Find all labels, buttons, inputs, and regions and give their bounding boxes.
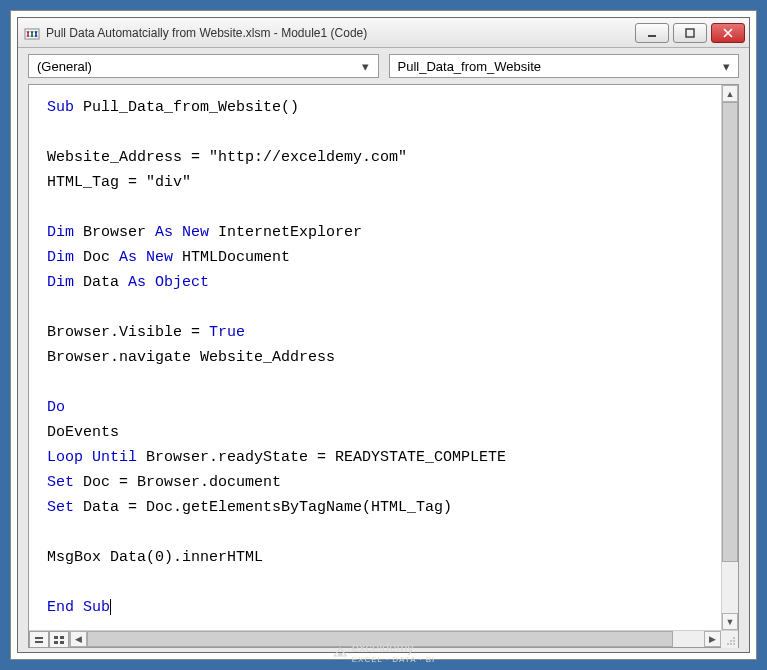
vscroll-track[interactable] — [722, 102, 738, 613]
code-area: Sub Pull_Data_from_Website() Website_Add… — [29, 85, 738, 630]
procedure-dropdown-value: Pull_Data_from_Website — [398, 59, 719, 74]
hscroll-thumb[interactable] — [87, 631, 673, 647]
view-mode-buttons — [29, 631, 70, 647]
scroll-down-button[interactable]: ▼ — [722, 613, 738, 630]
scroll-left-button[interactable]: ◀ — [70, 631, 87, 647]
minimize-button[interactable] — [635, 23, 669, 43]
vba-module-icon — [24, 25, 40, 41]
bottom-bar: ◀ ▶ — [29, 630, 738, 647]
close-button[interactable] — [711, 23, 745, 43]
object-dropdown[interactable]: (General) ▾ — [28, 54, 379, 78]
svg-rect-4 — [35, 641, 43, 643]
svg-point-9 — [733, 637, 735, 639]
svg-point-12 — [727, 643, 729, 645]
window-buttons — [635, 23, 745, 43]
scroll-right-button[interactable]: ▶ — [704, 631, 721, 647]
svg-point-10 — [730, 640, 732, 642]
window-title: Pull Data Automatcially from Website.xls… — [46, 26, 635, 40]
code-editor[interactable]: Sub Pull_Data_from_Website() Website_Add… — [29, 85, 721, 630]
maximize-button[interactable] — [673, 23, 707, 43]
svg-point-14 — [733, 643, 735, 645]
horizontal-scrollbar[interactable]: ◀ ▶ — [70, 631, 721, 647]
titlebar[interactable]: Pull Data Automatcially from Website.xls… — [18, 18, 749, 48]
svg-rect-7 — [54, 641, 58, 644]
scroll-up-button[interactable]: ▲ — [722, 85, 738, 102]
procedure-view-button[interactable] — [29, 631, 49, 648]
svg-rect-2 — [686, 29, 694, 37]
vertical-scrollbar[interactable]: ▲ ▼ — [721, 85, 738, 630]
svg-rect-1 — [648, 35, 656, 37]
vscroll-thumb[interactable] — [722, 102, 738, 562]
procedure-dropdown[interactable]: Pull_Data_from_Website ▾ — [389, 54, 740, 78]
svg-point-11 — [733, 640, 735, 642]
svg-rect-8 — [60, 641, 64, 644]
dropdown-row: (General) ▾ Pull_Data_from_Website ▾ — [18, 48, 749, 82]
code-window: Pull Data Automatcially from Website.xls… — [17, 17, 750, 653]
chevron-down-icon: ▾ — [718, 59, 734, 74]
svg-point-13 — [730, 643, 732, 645]
text-cursor — [110, 599, 111, 615]
svg-rect-3 — [35, 637, 43, 639]
svg-rect-5 — [54, 636, 58, 639]
object-dropdown-value: (General) — [37, 59, 358, 74]
code-panel: Sub Pull_Data_from_Website() Website_Add… — [28, 84, 739, 648]
resize-grip[interactable] — [721, 631, 738, 648]
chevron-down-icon: ▾ — [358, 59, 374, 74]
full-module-view-button[interactable] — [49, 631, 69, 648]
svg-rect-6 — [60, 636, 64, 639]
outer-frame: Pull Data Automatcially from Website.xls… — [10, 10, 757, 660]
hscroll-track[interactable] — [87, 631, 704, 647]
